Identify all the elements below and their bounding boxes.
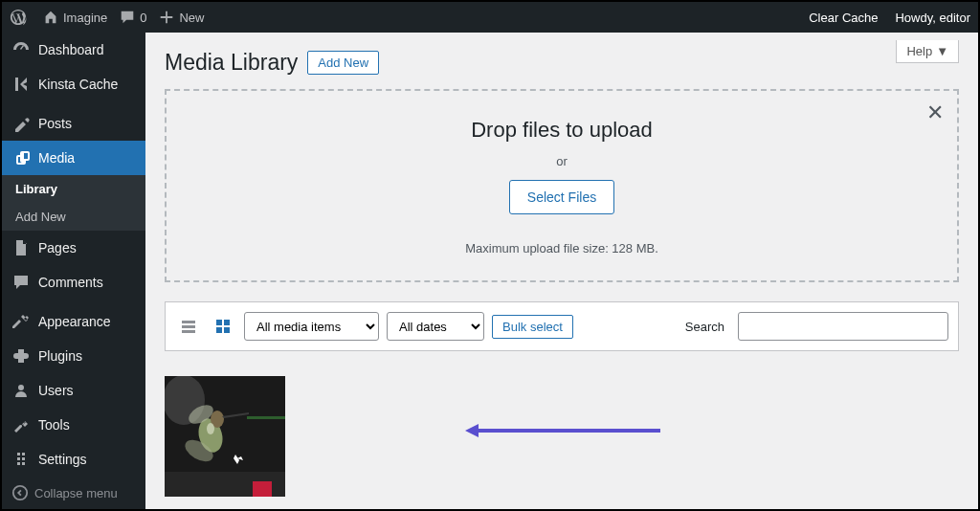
sidebar-item-settings[interactable]: Settings — [2, 442, 145, 477]
filter-toolbar: All media items All dates Bulk select Se… — [165, 301, 959, 351]
caret-down-icon: ▼ — [936, 44, 948, 58]
submenu-library[interactable]: Library — [2, 175, 145, 203]
wp-logo[interactable] — [10, 9, 31, 26]
close-icon[interactable]: ✕ — [926, 100, 944, 125]
sidebar-item-plugins[interactable]: Plugins — [2, 339, 145, 373]
search-input[interactable] — [738, 312, 948, 341]
select-files-button[interactable]: Select Files — [509, 180, 614, 214]
clear-cache-link[interactable]: Clear Cache — [809, 11, 878, 25]
collapse-menu[interactable]: Collapse menu — [2, 477, 145, 509]
svg-rect-4 — [253, 481, 272, 497]
content-area: Help▼ Media Library Add New ✕ Drop files… — [145, 33, 978, 509]
svg-point-0 — [13, 486, 27, 500]
howdy-account[interactable]: Howdy, editor — [895, 11, 970, 25]
list-view-button[interactable] — [175, 313, 202, 340]
page-title: Media Library — [165, 50, 298, 76]
bulk-select-button[interactable]: Bulk select — [492, 315, 573, 339]
sidebar-item-dashboard[interactable]: Dashboard — [2, 33, 145, 67]
site-home-link[interactable]: Imagine — [42, 9, 107, 26]
dropzone-title: Drop files to upload — [167, 118, 957, 143]
sidebar-item-comments[interactable]: Comments — [2, 265, 145, 300]
new-content-link[interactable]: New — [158, 9, 204, 26]
comments-link[interactable]: 0 — [119, 9, 146, 26]
svg-point-10 — [207, 423, 214, 434]
media-type-filter[interactable]: All media items — [244, 312, 379, 341]
hummingbird-image — [165, 376, 285, 497]
media-submenu: Library Add New — [2, 175, 145, 231]
admin-sidebar: Dashboard Kinsta Cache Posts Media Libra… — [2, 33, 145, 509]
help-tab[interactable]: Help▼ — [896, 40, 959, 63]
media-grid — [165, 351, 959, 497]
annotation-arrow — [465, 424, 660, 437]
sidebar-item-appearance[interactable]: Appearance — [2, 304, 145, 339]
dropzone-or: or — [167, 154, 957, 168]
upload-dropzone[interactable]: ✕ Drop files to upload or Select Files M… — [165, 89, 959, 282]
sidebar-item-kinsta-cache[interactable]: Kinsta Cache — [2, 67, 145, 101]
max-upload-text: Maximum upload file size: 128 MB. — [167, 241, 957, 256]
search-label: Search — [685, 320, 724, 334]
sidebar-item-posts[interactable]: Posts — [2, 106, 145, 141]
add-new-button[interactable]: Add New — [307, 51, 379, 75]
sidebar-item-users[interactable]: Users — [2, 373, 145, 408]
sidebar-item-tools[interactable]: Tools — [2, 408, 145, 442]
admin-bar: Imagine 0 New Clear Cache Howdy, editor — [2, 2, 978, 33]
submenu-add-new[interactable]: Add New — [2, 203, 145, 231]
sidebar-item-media[interactable]: Media — [2, 141, 145, 175]
date-filter[interactable]: All dates — [387, 312, 484, 341]
sidebar-item-pages[interactable]: Pages — [2, 231, 145, 265]
grid-view-button[interactable] — [210, 313, 236, 340]
media-thumbnail[interactable] — [165, 376, 285, 497]
svg-rect-5 — [247, 416, 285, 419]
